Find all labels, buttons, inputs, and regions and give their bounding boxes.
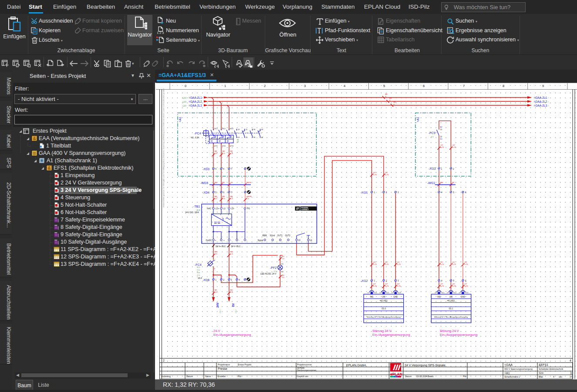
svg-text:/3.6: /3.6 bbox=[197, 271, 200, 274]
svg-text:GND: GND bbox=[393, 296, 398, 298]
svg-text:0,75: 0,75 bbox=[452, 285, 456, 287]
svg-text:4,5...6,3A: 4,5...6,3A bbox=[191, 137, 199, 139]
svg-text:7: 7 bbox=[463, 84, 465, 88]
svg-text:4.2: 4.2 bbox=[387, 291, 389, 294]
svg-text:16 A: 16 A bbox=[198, 277, 202, 279]
svg-text:5: 5 bbox=[383, 84, 385, 88]
svg-text:0V: 0V bbox=[232, 303, 235, 307]
svg-text:SGnd: SGnd bbox=[270, 235, 275, 237]
svg-text:43: 43 bbox=[261, 128, 263, 131]
svg-text:1.8 /: 1.8 / bbox=[182, 104, 187, 107]
svg-text:-XD8: -XD8 bbox=[202, 278, 209, 281]
svg-text:3: 3 bbox=[222, 217, 224, 221]
svg-text:0,75: 0,75 bbox=[385, 263, 389, 265]
svg-text:0,75: 0,75 bbox=[373, 263, 377, 265]
svg-text:0,75: 0,75 bbox=[397, 285, 401, 287]
svg-text:=GAA-2L2: =GAA-2L2 bbox=[189, 100, 202, 103]
svg-text:I31.0: I31.0 bbox=[381, 308, 386, 310]
svg-text:=GAA: =GAA bbox=[504, 363, 513, 366]
svg-text:InAC: InAC bbox=[207, 208, 212, 210]
svg-text:21: 21 bbox=[246, 128, 248, 131]
svg-text:24 V DC / 26 A: 24 V DC / 26 A bbox=[185, 211, 199, 214]
svg-text:1.8 /: 1.8 / bbox=[182, 101, 187, 103]
svg-text:8: 8 bbox=[503, 84, 504, 88]
svg-text:&EFS1: &EFS1 bbox=[539, 363, 548, 366]
svg-text:44: 44 bbox=[261, 136, 263, 138]
svg-text:1,5: 1,5 bbox=[215, 198, 217, 200]
svg-text:Ein-/Ausgangsversorgung: Ein-/Ausgangsversorgung bbox=[440, 333, 477, 337]
svg-text:0,75: 0,75 bbox=[452, 146, 456, 148]
svg-text:GY: GY bbox=[230, 182, 233, 184]
svg-text:Störung 24 V: Störung 24 V bbox=[440, 329, 459, 333]
svg-text:-XD3: -XD3 bbox=[202, 168, 209, 171]
svg-text:1,5: 1,5 bbox=[215, 152, 217, 154]
svg-text:0,75: 0,75 bbox=[441, 263, 445, 265]
svg-text:9: 9 bbox=[542, 84, 544, 88]
svg-text:14: 14 bbox=[310, 239, 313, 241]
svg-text:-FC4: -FC4 bbox=[195, 263, 202, 266]
svg-text:Projektnummer: Projektnummer bbox=[297, 363, 312, 366]
svg-text:24 V: 24 V bbox=[213, 329, 220, 333]
svg-text:OUT1: OUT1 bbox=[277, 235, 283, 237]
svg-text:X2: X2 bbox=[281, 271, 284, 273]
svg-text:=GAA-2L3: =GAA-2L3 bbox=[534, 104, 547, 107]
svg-text:400 V Spannungsversorgung: 400 V Spannungsversorgung bbox=[504, 368, 533, 370]
svg-text:4.1: 4.1 bbox=[375, 291, 377, 294]
svg-text:14: 14 bbox=[238, 136, 240, 138]
svg-text:/2.1: /2.1 bbox=[197, 266, 200, 268]
svg-text:1.8 /: 1.8 / bbox=[182, 97, 187, 99]
svg-text:5/L3: 5/L3 bbox=[230, 127, 234, 130]
svg-text:GNYE: GNYE bbox=[246, 182, 251, 184]
svg-text:22: 22 bbox=[246, 136, 248, 138]
svg-text:-TB1: -TB1 bbox=[193, 205, 200, 208]
svg-text:X1: X1 bbox=[281, 263, 284, 265]
svg-text:-FC9: -FC9 bbox=[429, 131, 435, 134]
svg-text:4: 4 bbox=[344, 84, 345, 88]
svg-text:Urheberrechtlich geschützt. Di: Urheberrechtlich geschützt. Die Weiterga… bbox=[163, 88, 165, 208]
svg-text:3/L2: 3/L2 bbox=[222, 127, 226, 130]
svg-text:1: 1 bbox=[224, 84, 226, 88]
svg-text:1,5: 1,5 bbox=[230, 152, 233, 154]
svg-text:-XG2: -XG2 bbox=[361, 279, 368, 282]
svg-text:Pilz: Pilz bbox=[463, 375, 467, 378]
svg-text:+A1: +A1 bbox=[504, 372, 510, 375]
svg-text:1/L1: 1/L1 bbox=[214, 127, 218, 130]
svg-text:Störung 24 V: Störung 24 V bbox=[372, 329, 391, 333]
svg-text:Signal: Signal bbox=[258, 239, 263, 241]
svg-text:Datum: Datum bbox=[405, 375, 412, 378]
svg-text:-PF2: -PF2 bbox=[270, 266, 277, 269]
svg-text:+: + bbox=[215, 239, 216, 241]
svg-text:Projektname: Projektname bbox=[218, 363, 230, 366]
svg-text:-XG1: -XG1 bbox=[361, 191, 368, 194]
svg-text:=GAA-2L1: =GAA-2L1 bbox=[534, 96, 547, 99]
svg-text:3.2: 3.2 bbox=[454, 291, 456, 294]
svg-text:0,75: 0,75 bbox=[465, 263, 469, 265]
svg-text:+A1: +A1 bbox=[416, 117, 419, 122]
svg-text:Schaltplan Elektrotechnik: Schaltplan Elektrotechnik bbox=[539, 368, 564, 370]
svg-text:WH: WH bbox=[440, 182, 443, 184]
svg-text:CONTACT: CONTACT bbox=[301, 209, 309, 211]
svg-text:/1.6: /1.6 bbox=[236, 139, 239, 143]
svg-text:1,5: 1,5 bbox=[215, 291, 217, 293]
svg-text:=GAA-2L3: =GAA-2L3 bbox=[189, 104, 202, 107]
svg-text:1,5: 1,5 bbox=[230, 253, 233, 255]
svg-text:Geprüft von: Geprüft von bbox=[297, 375, 308, 378]
svg-text:INS: INS bbox=[437, 296, 441, 298]
svg-text:I>: I> bbox=[227, 140, 229, 142]
svg-text:2: 2 bbox=[163, 359, 165, 362]
svg-text:/2.0: /2.0 bbox=[196, 209, 200, 211]
svg-text:Pilz: Pilz bbox=[238, 375, 242, 378]
svg-text:+: + bbox=[223, 239, 225, 241]
svg-text:1,5: 1,5 bbox=[215, 253, 217, 255]
svg-text:3.1: 3.1 bbox=[442, 291, 445, 294]
svg-text:0: 0 bbox=[185, 84, 186, 88]
svg-text:ePLAN: ePLAN bbox=[390, 372, 402, 376]
svg-text:24 V- PLC: 24 V- PLC bbox=[231, 245, 241, 248]
svg-text:GND: GND bbox=[461, 296, 466, 298]
svg-text:24 V Versorgung SPS-Signale: 24 V Versorgung SPS-Signale bbox=[405, 364, 445, 367]
svg-text:L3/-: L3/- bbox=[231, 208, 235, 210]
svg-text:0,75: 0,75 bbox=[397, 263, 401, 265]
svg-text:2/T1: 2/T1 bbox=[214, 145, 218, 147]
svg-text:1,5: 1,5 bbox=[230, 198, 233, 200]
svg-text:Blatt: Blatt bbox=[539, 375, 543, 378]
